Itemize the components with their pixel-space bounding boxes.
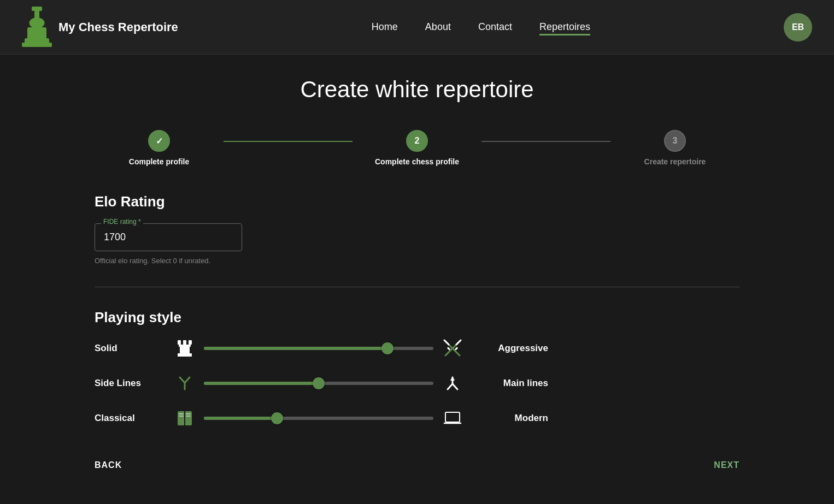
step-1-circle: ✓ <box>148 130 170 152</box>
slider-3-track[interactable] <box>204 417 433 420</box>
svg-rect-29 <box>179 416 184 417</box>
slider-1-thumb[interactable] <box>381 342 393 354</box>
navbar: My Chess Repertoire Home About Contact R… <box>0 0 834 55</box>
svg-rect-10 <box>180 347 190 353</box>
svg-line-23 <box>453 384 457 389</box>
svg-line-22 <box>448 384 453 389</box>
next-button[interactable]: NEXT <box>714 460 739 470</box>
nav-about[interactable]: About <box>425 19 451 35</box>
stepper-line-2 <box>481 141 610 142</box>
svg-line-15 <box>456 340 461 345</box>
slider-1-left-label: Solid <box>95 343 171 354</box>
nav-links: Home About Contact Repertoires <box>178 19 784 35</box>
svg-rect-28 <box>179 413 184 414</box>
step-3: 3 Create repertoire <box>610 130 739 166</box>
nav-repertoires[interactable]: Repertoires <box>539 19 590 35</box>
step-1-label: Complete profile <box>129 157 189 166</box>
nav-home[interactable]: Home <box>372 19 398 35</box>
main-content: Create white repertoire ✓ Complete profi… <box>62 55 772 492</box>
svg-marker-24 <box>450 376 455 381</box>
nav-right: EB <box>784 13 812 41</box>
back-button[interactable]: BACK <box>95 460 122 470</box>
svg-rect-8 <box>189 340 192 345</box>
rook-icon <box>171 339 198 358</box>
fide-input-wrapper: FIDE rating * <box>95 223 242 251</box>
stepper-line-1 <box>224 141 353 142</box>
merge-icon <box>439 374 466 393</box>
svg-rect-32 <box>445 412 460 422</box>
slider-rows: Solid <box>95 339 739 428</box>
slider-1-container[interactable] <box>204 347 433 350</box>
svg-rect-25 <box>178 411 185 425</box>
svg-point-2 <box>30 17 45 28</box>
svg-rect-6 <box>178 340 181 345</box>
step-1: ✓ Complete profile <box>95 130 224 166</box>
slider-2-container[interactable] <box>204 382 433 385</box>
slider-2-fill <box>204 382 319 385</box>
slider-3-fill <box>204 417 277 420</box>
svg-rect-26 <box>185 411 192 425</box>
svg-rect-30 <box>186 413 191 414</box>
section-divider <box>95 287 739 287</box>
step-2: 2 Complete chess profile <box>353 130 481 166</box>
svg-line-19 <box>180 377 185 383</box>
step-3-label: Create repertoire <box>644 157 706 166</box>
slider-2-right-label: Main lines <box>466 378 548 389</box>
slider-1-track[interactable] <box>204 347 433 350</box>
user-avatar[interactable]: EB <box>784 13 812 41</box>
slider-3-thumb[interactable] <box>271 412 283 424</box>
fide-hint: Official elo rating. Select 0 if unrated… <box>95 257 739 265</box>
step-2-circle: 2 <box>406 130 428 152</box>
book-icon <box>171 409 198 428</box>
playing-style-title: Playing style <box>95 309 739 326</box>
slider-1-fill <box>204 347 387 350</box>
svg-rect-31 <box>186 416 191 417</box>
step-3-circle: 3 <box>664 130 686 152</box>
slider-2-thumb[interactable] <box>313 377 325 389</box>
buttons-row: BACK NEXT <box>95 460 739 470</box>
slider-3-left-label: Classical <box>95 413 171 424</box>
slider-1-right-label: Aggressive <box>466 343 548 354</box>
laptop-icon <box>439 409 466 428</box>
slider-row-3: Classical <box>95 409 739 428</box>
slider-3-container[interactable] <box>204 417 433 420</box>
elo-section-title: Elo Rating <box>95 193 739 210</box>
svg-rect-5 <box>22 43 52 47</box>
fide-input-label: FIDE rating * <box>101 218 143 226</box>
step-2-label: Complete chess profile <box>375 157 459 166</box>
nav-contact[interactable]: Contact <box>478 19 512 35</box>
svg-rect-9 <box>179 345 191 347</box>
svg-rect-7 <box>183 340 186 345</box>
slider-row-2: Side Lines <box>95 374 739 393</box>
slider-2-track[interactable] <box>204 382 433 385</box>
crossed-swords-icon <box>439 339 466 358</box>
fide-rating-input[interactable] <box>95 223 242 251</box>
logo-text: My Chess Repertoire <box>58 20 178 34</box>
svg-rect-0 <box>32 7 42 11</box>
stepper: ✓ Complete profile 2 Complete chess prof… <box>95 130 739 166</box>
chess-logo-icon <box>22 7 52 48</box>
svg-rect-11 <box>178 353 192 357</box>
slider-row-1: Solid <box>95 339 739 358</box>
logo-area[interactable]: My Chess Repertoire <box>22 7 178 48</box>
page-title: Create white repertoire <box>95 76 739 103</box>
slider-3-right-label: Modern <box>466 413 548 424</box>
svg-rect-3 <box>27 27 46 39</box>
svg-line-14 <box>444 340 449 345</box>
fork-icon <box>171 374 198 393</box>
slider-2-left-label: Side Lines <box>95 378 171 389</box>
svg-rect-1 <box>34 11 39 19</box>
svg-line-20 <box>185 377 190 383</box>
